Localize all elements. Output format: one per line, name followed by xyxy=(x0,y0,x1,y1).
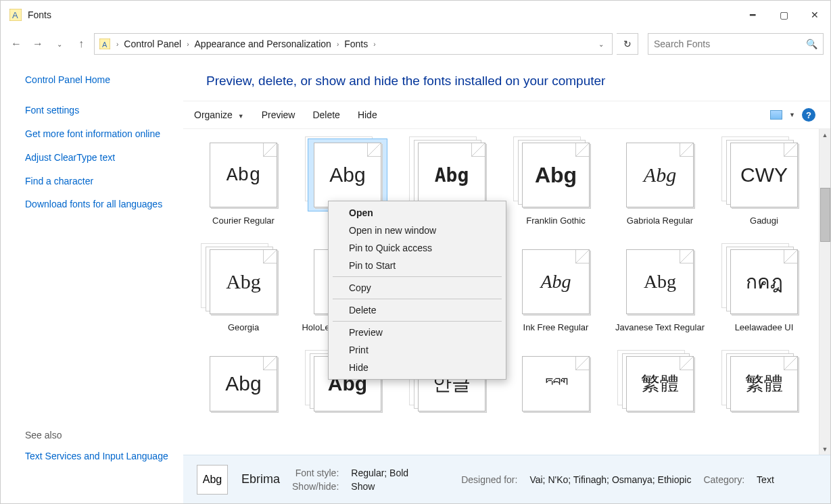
svg-text:A: A xyxy=(102,41,108,49)
navigation-row: ← → ⌄ ↑ A › Control Panel › Appearance a… xyxy=(1,29,830,59)
breadcrumb-fonts[interactable]: Fonts xyxy=(344,39,368,49)
font-item[interactable]: AbgGeorgia xyxy=(193,241,294,345)
scrollbar-thumb[interactable] xyxy=(820,188,830,242)
font-label: Georgia xyxy=(228,322,259,333)
font-item[interactable]: กคฎLeelawadee UI xyxy=(713,241,815,345)
font-sample-text: Abg xyxy=(226,270,261,293)
font-item[interactable]: AbgGabriola Regular xyxy=(609,134,711,238)
toolbar-preview[interactable]: Preview xyxy=(259,107,298,123)
sidebar-see-also-label: See also xyxy=(25,430,171,440)
font-label: Javanese Text Regular xyxy=(615,322,705,333)
font-thumbnail: Abg xyxy=(210,249,277,314)
chevron-right-icon: › xyxy=(184,41,191,48)
font-sample-text: Abg xyxy=(435,164,469,186)
details-value-showhide: Show xyxy=(351,481,408,492)
breadcrumb-control-panel[interactable]: Control Panel xyxy=(124,39,181,49)
font-item[interactable]: CWYGadugi xyxy=(713,134,815,238)
sidebar-see-also-link[interactable]: Text Services and Input Language xyxy=(25,450,171,463)
chevron-right-icon: › xyxy=(334,41,341,48)
up-button[interactable]: ↑ xyxy=(72,35,90,53)
details-thumbnail: Abg xyxy=(197,465,228,495)
search-icon[interactable]: 🔍 xyxy=(806,39,817,49)
font-label: Gabriola Regular xyxy=(627,216,693,226)
sidebar-link-find-char[interactable]: Find a character xyxy=(25,175,171,188)
font-label: Ink Free Regular xyxy=(523,322,589,333)
refresh-button[interactable]: ↻ xyxy=(617,33,638,55)
sidebar-home[interactable]: Control Panel Home xyxy=(25,74,171,86)
toolbar: Organize ▼ Preview Delete Hide ▼ ? xyxy=(183,101,830,129)
maximize-button[interactable]: ▢ xyxy=(768,4,799,26)
font-item[interactable]: AbgCourier Regular xyxy=(193,134,294,238)
font-item[interactable]: AbgInk Free Regular xyxy=(505,241,607,345)
svg-text:A: A xyxy=(12,10,18,20)
search-box[interactable]: 🔍 xyxy=(648,33,824,55)
search-input[interactable] xyxy=(654,39,806,49)
vertical-scrollbar[interactable]: ▲ ▼ xyxy=(819,129,830,455)
view-dropdown-icon[interactable]: ▼ xyxy=(789,111,795,118)
font-item[interactable]: ཏབག xyxy=(505,348,607,415)
sidebar-link-download[interactable]: Download fonts for all languages xyxy=(25,198,171,211)
sidebar-link-cleartype[interactable]: Adjust ClearType text xyxy=(25,151,171,164)
forward-button[interactable]: → xyxy=(29,35,47,53)
font-thumbnail: ཏབག xyxy=(522,356,590,411)
font-item[interactable]: AbgFranklin Gothic xyxy=(505,134,607,238)
sidebar: Control Panel Home Font settings Get mor… xyxy=(1,59,183,503)
context-menu-print[interactable]: Print xyxy=(330,341,504,359)
font-sample-text: Abg xyxy=(225,372,261,395)
context-menu-preview[interactable]: Preview xyxy=(330,324,504,341)
window-controls: ━ ▢ ✕ xyxy=(737,4,830,26)
details-font-name: Ebrima xyxy=(241,472,280,486)
font-label: Gadugi xyxy=(750,216,778,226)
font-thumbnail: Abg xyxy=(522,143,590,207)
context-menu-pin-start[interactable]: Pin to Start xyxy=(330,257,504,274)
font-thumbnail: Abg xyxy=(210,143,277,207)
font-thumbnail: Abg xyxy=(522,249,590,314)
toolbar-hide[interactable]: Hide xyxy=(355,107,380,123)
font-thumbnail: กคฎ xyxy=(730,249,798,314)
context-menu-open[interactable]: Open xyxy=(330,204,504,222)
font-grid-container: AbgCourier RegularAbgAbgAbgFranklin Goth… xyxy=(183,129,830,455)
fonts-app-icon: A xyxy=(9,8,22,22)
context-menu: Open Open in new window Pin to Quick acc… xyxy=(328,201,506,380)
context-menu-separator xyxy=(333,299,502,299)
chevron-right-icon: › xyxy=(114,41,121,48)
context-menu-open-new[interactable]: Open in new window xyxy=(330,222,504,239)
toolbar-delete[interactable]: Delete xyxy=(310,107,342,123)
content-area: Preview, delete, or show and hide the fo… xyxy=(183,59,830,503)
scrollbar-down-icon[interactable]: ▼ xyxy=(820,443,830,455)
font-thumbnail: Abg xyxy=(210,356,277,411)
details-value-designedfor: Vai; N'Ko; Tifinagh; Osmanya; Ethiopic xyxy=(529,474,691,485)
breadcrumb-appearance[interactable]: Appearance and Personalization xyxy=(195,39,331,49)
details-pane: Abg Ebrima Font style: Regular; Bold Sho… xyxy=(183,455,830,503)
breadcrumb-dropdown-icon[interactable]: ⌄ xyxy=(598,41,608,48)
context-menu-separator xyxy=(333,276,502,277)
font-sample-text: Abg xyxy=(535,163,577,188)
font-item[interactable]: Abg xyxy=(193,348,294,415)
close-button[interactable]: ✕ xyxy=(799,4,830,26)
help-button[interactable]: ? xyxy=(802,108,815,122)
font-item[interactable]: 繁體 xyxy=(609,348,711,415)
font-sample-text: Abg xyxy=(540,271,571,293)
details-label-showhide: Show/hide: xyxy=(292,481,339,492)
scrollbar-up-icon[interactable]: ▲ xyxy=(820,129,830,141)
breadcrumb[interactable]: A › Control Panel › Appearance and Perso… xyxy=(94,33,613,55)
context-menu-pin-qa[interactable]: Pin to Quick access xyxy=(330,239,504,257)
context-menu-copy[interactable]: Copy xyxy=(330,279,504,297)
view-options-button[interactable] xyxy=(770,110,782,120)
font-sample-text: 繁體 xyxy=(641,371,679,397)
font-sample-text: Abg xyxy=(644,163,676,186)
back-button[interactable]: ← xyxy=(7,35,25,53)
font-thumbnail: 繁體 xyxy=(626,356,694,411)
recent-locations-dropdown[interactable]: ⌄ xyxy=(51,35,68,53)
font-sample-text: 繁體 xyxy=(745,371,783,397)
font-item[interactable]: 繁體 xyxy=(713,348,815,415)
context-menu-delete[interactable]: Delete xyxy=(330,301,504,319)
toolbar-organize[interactable]: Organize ▼ xyxy=(191,107,247,123)
window-title: Fonts xyxy=(28,9,51,20)
sidebar-link-more-info[interactable]: Get more font information online xyxy=(25,128,171,141)
font-sample-text: Abg xyxy=(227,165,260,186)
context-menu-hide[interactable]: Hide xyxy=(330,359,504,376)
minimize-button[interactable]: ━ xyxy=(737,4,768,26)
font-item[interactable]: AbgJavanese Text Regular xyxy=(609,241,711,345)
sidebar-link-font-settings[interactable]: Font settings xyxy=(25,104,171,117)
